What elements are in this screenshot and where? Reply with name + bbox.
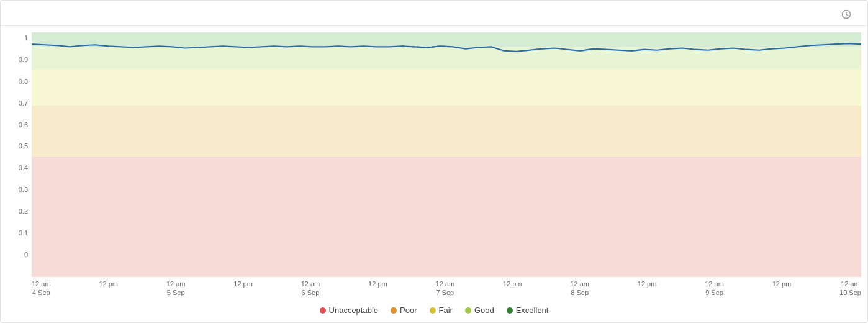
clock-icon (841, 9, 851, 19)
custom-button[interactable] (841, 9, 855, 19)
apdex-card: 10.90.80.70.60.50.40.30.20.10 (0, 0, 868, 323)
band-excellent (32, 32, 861, 47)
chart-area: 10.90.80.70.60.50.40.30.20.10 (7, 32, 861, 277)
legend: UnacceptablePoorFairGoodExcellent (7, 301, 861, 322)
legend-item: Excellent (507, 306, 549, 315)
x-axis-label: 12 am10 Sep (839, 280, 861, 298)
x-axis-label: 12 pm (99, 280, 118, 298)
legend-item: Fair (430, 306, 453, 315)
x-axis-label: 12 am9 Sep (705, 280, 724, 298)
legend-dot (430, 307, 436, 314)
y-axis-label: 0.2 (19, 208, 28, 215)
y-axis-label: 0.9 (19, 57, 28, 63)
legend-dot (507, 307, 513, 314)
y-axis-label: 0.6 (19, 122, 28, 129)
x-axis-label: 12 am8 Sep (570, 280, 589, 298)
band-fair (32, 70, 861, 106)
chart-plot (32, 32, 861, 277)
x-axis-label: 12 pm (638, 280, 657, 298)
y-axis-label: 0.8 (19, 78, 28, 85)
x-axis-label: 12 am4 Sep (32, 280, 51, 298)
x-axis: 12 am4 Sep12 pm12 am5 Sep12 pm12 am6 Sep… (7, 277, 861, 301)
legend-item: Good (465, 306, 494, 315)
y-axis-label: 1 (24, 35, 28, 42)
y-axis-label: 0.7 (19, 100, 28, 107)
x-axis-label: 12 pm (368, 280, 387, 298)
x-axis-label: 12 pm (503, 280, 522, 298)
y-axis-label: 0 (24, 252, 28, 258)
legend-dot (391, 307, 397, 314)
legend-label: Excellent (516, 306, 549, 315)
y-axis-label: 0.3 (19, 186, 28, 193)
legend-item: Poor (391, 306, 417, 315)
x-axis-label: 12 am5 Sep (166, 280, 186, 298)
band-good (32, 47, 861, 69)
y-axis: 10.90.80.70.60.50.40.30.20.10 (7, 32, 32, 277)
legend-dot (465, 307, 471, 314)
x-axis-label: 12 pm (233, 280, 253, 298)
legend-label: Fair (439, 306, 453, 315)
y-axis-label: 0.4 (19, 165, 28, 171)
x-axis-label: 12 am6 Sep (301, 280, 320, 298)
band-unacceptable (32, 157, 861, 277)
chart-container: 10.90.80.70.60.50.40.30.20.10 (1, 26, 867, 322)
legend-label: Unacceptable (329, 306, 379, 315)
x-axis-label: 12 am7 Sep (436, 280, 455, 298)
card-header (1, 1, 867, 26)
x-axis-label: 12 pm (772, 280, 792, 298)
band-poor (32, 106, 861, 157)
y-axis-label: 0.5 (19, 143, 28, 150)
legend-dot (320, 307, 326, 314)
legend-label: Good (474, 306, 494, 315)
legend-item: Unacceptable (320, 306, 379, 315)
legend-label: Poor (400, 306, 417, 315)
y-axis-label: 0.1 (19, 230, 28, 237)
chart-svg (32, 32, 861, 277)
x-labels: 12 am4 Sep12 pm12 am5 Sep12 pm12 am6 Sep… (32, 280, 861, 298)
